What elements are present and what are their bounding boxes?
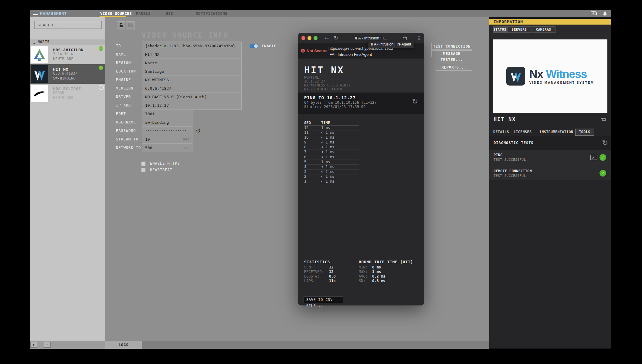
enable-toggle[interactable] — [250, 44, 258, 48]
item-tag: SW-BINDING — [53, 76, 76, 80]
username-field[interactable]: sw-binding — [142, 118, 192, 127]
bell-icon[interactable] — [602, 11, 608, 18]
statistics-title: STATISTICS — [304, 260, 330, 264]
add-source-button[interactable]: + — [30, 342, 37, 348]
test-connection-button[interactable]: TEST CONNECTION — [431, 43, 472, 50]
field-label-username: USERNAME — [116, 118, 136, 127]
list-item-hbs-avigilon[interactable]: HBS AVIGILON 7.14.38.4 HEMIBLADE — [30, 45, 105, 64]
reports-button[interactable]: REPORTS... — [436, 64, 472, 71]
group-header[interactable]: NORTE — [30, 39, 105, 45]
name-field[interactable]: HIT NX — [142, 50, 242, 59]
tab-licenses[interactable]: LICENSES — [514, 130, 532, 134]
lock-button[interactable] — [117, 21, 125, 30]
ping-refresh-icon[interactable]: ↻ — [412, 98, 418, 105]
field-label-id: ID — [116, 42, 121, 50]
status-dot-offline — [99, 85, 104, 90]
driver-field[interactable]: NO.BASE.V6.0 (Digest Auth) — [142, 93, 242, 101]
rtt-block: MIN:0 ms MAX:1 ms AVG:0.2 ms SD:0.3 ms — [359, 265, 385, 283]
lock-icon — [119, 23, 123, 29]
item-title: HBS ECLIPSE — [53, 86, 81, 91]
list-item-hit-nx[interactable]: HIT NX 6.0.6.41837 SW-BINDING — [30, 64, 105, 84]
open-dialog-icon[interactable] — [589, 154, 598, 162]
save-to-csv-button[interactable]: SAVE TO CSV FILE... — [304, 296, 343, 303]
ping-table: SEQTIME 121 ms 11< 1 ms 10< 1 ms 9< 1 ms… — [304, 121, 359, 184]
field-label-driver: DRIVER — [116, 93, 131, 101]
port-field[interactable]: 7001 — [142, 110, 192, 118]
reload-icon[interactable]: ↻ — [334, 33, 338, 43]
brand-name-primary: Nx — [529, 68, 543, 80]
stream-timeout-field[interactable]: 10sec — [142, 135, 192, 144]
enable-toggle-label: ENABLE — [262, 44, 277, 48]
password-reset-icon[interactable]: ↺ — [196, 127, 201, 135]
sidebar-bottom-bar: + − — [30, 341, 105, 349]
menu-icon[interactable] — [33, 12, 38, 17]
tooltip: IFA - Intrusion Fire Agent — [368, 41, 414, 48]
tab-logs[interactable]: LOGS — [105, 341, 142, 349]
region-field[interactable]: Norte — [142, 59, 242, 67]
password-field[interactable]: •••••••••••••••••• — [142, 126, 192, 135]
back-icon[interactable]: ← — [325, 33, 329, 43]
displays-icon[interactable] — [591, 11, 597, 17]
rotate-icon[interactable] — [600, 116, 607, 124]
overflow-menu-icon[interactable]: ⋮ — [416, 33, 421, 43]
rtt-title: ROUND TRIP TIME (RTT) — [359, 260, 413, 264]
tab-servers[interactable]: SERVERS — [507, 26, 531, 33]
refresh-icon[interactable]: ↻ — [602, 139, 608, 147]
heartbeat-checkbox[interactable] — [141, 168, 146, 172]
enable-https-label: ENABLE HTTPS — [150, 161, 180, 166]
field-label-engine: ENGINE — [116, 76, 131, 84]
ip-field[interactable]: 10.1.12.27 — [142, 101, 242, 110]
group-label: NORTE — [38, 39, 50, 45]
test-status: TEST SUCCESSFUL — [494, 158, 526, 162]
network-timeout-field[interactable]: 500ms — [142, 143, 192, 152]
network-timeout-value: 500 — [145, 146, 152, 150]
save-button[interactable] — [126, 21, 134, 30]
location-field[interactable]: Santiago — [142, 67, 242, 76]
network-timeout-unit: ms — [185, 144, 189, 152]
ping-table-header: SEQTIME — [304, 121, 359, 126]
table-row: 6< 1 ms — [304, 155, 359, 160]
tab-status[interactable]: STATUS — [493, 26, 507, 33]
information-tabstrip: STATUS SERVERS CAMERAS — [489, 25, 611, 39]
tab-instrumentation[interactable]: INSTRUMENTATION — [539, 130, 573, 134]
engine-field[interactable]: NX WITNESS — [142, 76, 242, 84]
minimize-window-button[interactable] — [307, 36, 311, 40]
search-input[interactable]: SEARCH... — [34, 21, 102, 29]
tab-notifications[interactable]: NOTIFICATIONS — [196, 10, 227, 17]
tab-details[interactable]: DETAILS — [493, 130, 509, 134]
remove-source-button[interactable]: − — [44, 342, 51, 348]
close-window-button[interactable] — [301, 36, 305, 40]
item-title: HBS AVIGILON — [53, 48, 83, 52]
table-row: 51 ms — [304, 160, 359, 165]
video-source-panel: VIDEO SOURCE INFO ID {ebedcc1a-1232-1b5a… — [105, 17, 489, 341]
nx-witness-logo — [31, 65, 48, 83]
version-field[interactable]: 6.0.6.41837 — [142, 84, 242, 93]
item-tag: HEMIBLADE — [53, 57, 73, 61]
maximize-window-button[interactable] — [314, 36, 318, 40]
field-label-location: LOCATION — [116, 67, 136, 76]
not-secure-label[interactable]: Not Secure — [307, 49, 328, 53]
status-dot-online — [99, 46, 103, 51]
toggle-knob — [254, 44, 258, 48]
list-item-hbs-eclipse[interactable]: HBS ECLIPSE ERROR HEMIBLADE — [30, 84, 105, 103]
enable-https-checkbox[interactable]: ✓ — [141, 161, 146, 166]
browser-window: ← ↻ IFA - Intrusion Fi... ⋮ Not Secure h… — [298, 33, 424, 305]
id-field[interactable]: {ebedcc1a-1232-1b5a-65a6-33700745a3ba} — [142, 42, 242, 50]
ping-started-line: Started: 2026/01/23 17:39:09 — [304, 105, 365, 109]
table-row: 4< 1 ms — [304, 165, 359, 170]
ping-reply-line: 64 bytes from 10.1.10.156 TLL=127 — [304, 101, 376, 105]
field-label-ip: IP ADD — [116, 101, 131, 110]
tab-panels[interactable]: PANELS — [136, 10, 151, 17]
table-row: 3< 1 ms — [304, 170, 359, 174]
runtime-line: NX.V6.0.DIGESTAUTH — [304, 87, 342, 91]
item-version: 6.0.6.41837 — [53, 71, 77, 76]
tab-tools[interactable]: TOOLS — [575, 129, 594, 136]
message-tester-button[interactable]: MESSAGE TESTER... — [431, 50, 472, 57]
active-tab-underline — [100, 16, 126, 17]
tab-his[interactable]: HIS — [166, 10, 173, 17]
table-row: 1< 1 ms — [304, 179, 359, 184]
success-check-icon: ✓ — [600, 170, 606, 177]
tab-cameras[interactable]: CAMERAS — [532, 26, 555, 33]
success-check-icon: ✓ — [600, 154, 606, 161]
stream-timeout-value: 10 — [145, 137, 150, 142]
